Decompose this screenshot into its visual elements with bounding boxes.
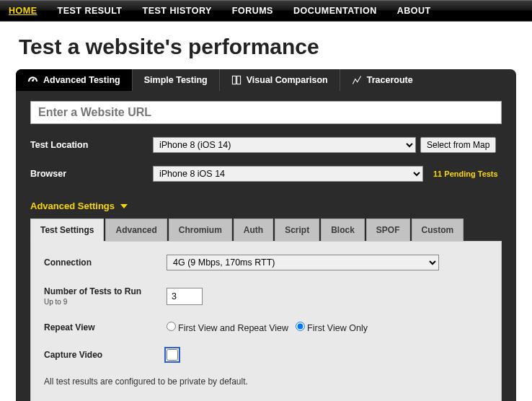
select-from-map-button[interactable]: Select from Map [420,137,496,153]
settings-tabs: Test Settings Advanced Chromium Auth Scr… [30,219,502,242]
repeat-opt-first-only[interactable]: First View Only [296,322,368,333]
capture-label: Capture Video [44,350,167,360]
connection-label: Connection [44,257,167,268]
tab-auth[interactable]: Auth [234,219,273,241]
tab-test-settings[interactable]: Test Settings [30,219,104,242]
tab-custom[interactable]: Custom [412,219,464,241]
tab-label: Simple Testing [144,75,208,85]
row-test-location: Test Location iPhone 8 (iOS 14) Select f… [30,137,502,153]
nav-test-result[interactable]: TEST RESULT [58,6,123,16]
row-runs: Number of Tests to Run Up to 9 [44,286,488,306]
runs-input[interactable] [167,288,203,305]
row-capture-video: Capture Video [44,349,488,361]
nav-documentation[interactable]: DOCUMENTATION [293,6,377,16]
nav-forums[interactable]: FORUMS [232,6,273,16]
tab-advanced[interactable]: Advanced [105,219,167,241]
tab-chromium[interactable]: Chromium [169,219,232,241]
tab-advanced-testing[interactable]: Advanced Testing [16,69,133,91]
row-browser: Browser iPhone 8 iOS 14 11 Pending Tests [30,166,502,182]
private-note: All test results are configured to be pr… [44,376,488,387]
tab-block[interactable]: Block [321,219,365,241]
svg-rect-0 [232,76,236,84]
repeat-radio-group: First View and Repeat View First View On… [167,322,368,333]
url-input[interactable] [30,101,502,124]
advanced-settings-label: Advanced Settings [30,200,115,211]
tab-traceroute[interactable]: Traceroute [340,69,425,91]
repeat-opt-first-and-repeat[interactable]: First View and Repeat View [167,322,288,333]
tab-spof[interactable]: SPOF [366,219,410,241]
nav-home[interactable]: HOME [9,6,37,16]
svg-rect-1 [236,76,240,84]
tab-simple-testing[interactable]: Simple Testing [133,69,220,91]
tab-script[interactable]: Script [275,219,319,241]
page-title: Test a website's performance [0,22,532,69]
capture-video-checkbox[interactable] [167,349,178,361]
tab-label: Traceroute [367,75,413,85]
compare-icon [231,75,241,85]
traceroute-icon [352,75,362,85]
advanced-settings-toggle[interactable]: Advanced Settings [30,200,502,211]
tab-label: Advanced Testing [43,75,120,85]
row-repeat-view: Repeat View First View and Repeat View F… [44,322,488,333]
repeat-radio-2[interactable] [296,322,305,331]
form-body: Test Location iPhone 8 (iOS 14) Select f… [16,91,516,401]
nav-about[interactable]: ABOUT [397,6,431,16]
browser-select[interactable]: iPhone 8 iOS 14 [153,166,423,182]
settings-panel: Connection 4G (9 Mbps, 170ms RTT) Number… [30,242,502,401]
connection-select[interactable]: 4G (9 Mbps, 170ms RTT) [167,255,439,270]
gauge-icon [27,75,38,86]
nav-test-history[interactable]: TEST HISTORY [143,6,212,16]
pending-tests-link[interactable]: 11 Pending Tests [433,169,498,178]
mode-tabs: Advanced Testing Simple Testing Visual C… [16,69,516,91]
location-label: Test Location [30,140,153,150]
chevron-down-icon [120,203,128,210]
tab-label: Visual Comparison [247,75,328,85]
repeat-opt1-label: First View and Repeat View [178,323,288,333]
browser-label: Browser [30,169,153,179]
top-nav: HOME TEST RESULT TEST HISTORY FORUMS DOC… [0,0,532,22]
location-select[interactable]: iPhone 8 (iOS 14) [153,137,416,153]
repeat-label: Repeat View [44,322,167,332]
row-connection: Connection 4G (9 Mbps, 170ms RTT) [44,255,488,270]
repeat-opt2-label: First View Only [307,323,368,333]
runs-label-text: Number of Tests to Run [44,286,141,296]
runs-label: Number of Tests to Run Up to 9 [44,286,167,306]
main-panel: Advanced Testing Simple Testing Visual C… [16,69,516,401]
repeat-radio-1[interactable] [167,322,176,331]
tab-visual-comparison[interactable]: Visual Comparison [220,69,340,91]
runs-sublabel: Up to 9 [44,298,167,306]
